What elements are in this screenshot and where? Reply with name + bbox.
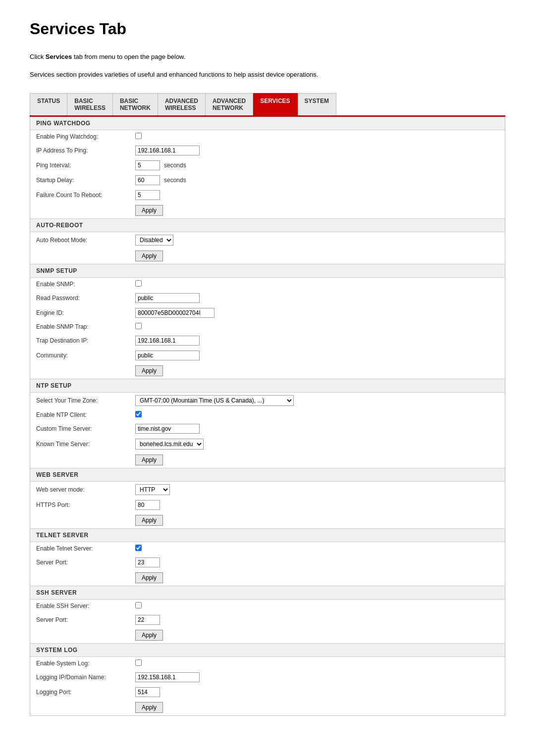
logging-port-input[interactable] <box>135 687 160 697</box>
table-row: Community: <box>30 348 505 363</box>
auto-reboot-apply-spacer <box>30 248 129 264</box>
telnet-apply-cell: Apply <box>129 570 505 586</box>
table-row: Enable SNMP: <box>30 278 505 291</box>
tab-advanced-network[interactable]: ADVANCEDNETWORK <box>206 93 253 115</box>
ssh-server-header: SSH SERVER <box>30 586 505 600</box>
table-row: Enable SSH Server: <box>30 600 505 612</box>
tab-status[interactable]: STATUS <box>30 93 67 115</box>
telnet-server-section: TELNET SERVER Enable Telnet Server: Serv… <box>30 529 505 586</box>
trap-destination-ip-input[interactable] <box>135 336 200 346</box>
read-password-input[interactable] <box>135 293 200 303</box>
logging-ip-domain-input[interactable] <box>135 672 200 682</box>
ping-watchdog-table: Enable Ping Watchdog: IP Address To Ping… <box>30 130 505 218</box>
telnet-apply-button[interactable]: Apply <box>135 572 163 583</box>
https-port-label: HTTPS Port: <box>30 498 129 512</box>
auto-reboot-apply-button[interactable]: Apply <box>135 251 163 261</box>
table-row: Apply <box>30 248 505 264</box>
telnet-server-header: TELNET SERVER <box>30 529 505 542</box>
ping-watchdog-header: PING WATCHDOG <box>30 117 505 130</box>
system-log-apply-button[interactable]: Apply <box>135 702 163 713</box>
logging-ip-domain-label: Logging IP/Domain Name: <box>30 670 129 685</box>
ip-address-ping-input[interactable] <box>135 146 200 155</box>
startup-delay-label: Startup Delay: <box>30 173 129 188</box>
intro-text-prefix: Click <box>30 53 46 60</box>
telnet-apply-spacer <box>30 570 129 586</box>
telnet-server-table: Enable Telnet Server: Server Port: Apply <box>30 542 505 586</box>
ping-watchdog-apply-button[interactable]: Apply <box>135 205 163 216</box>
table-row: Enable Telnet Server: <box>30 542 505 555</box>
table-row: Server Port: <box>30 612 505 627</box>
auto-reboot-apply-cell: Apply <box>129 248 505 264</box>
snmp-apply-button[interactable]: Apply <box>135 365 163 376</box>
intro-bold-services: Services <box>46 53 72 60</box>
https-port-input[interactable] <box>135 500 160 510</box>
ntp-apply-button[interactable]: Apply <box>135 454 163 465</box>
tab-basic-wireless[interactable]: BASICWIRELESS <box>67 93 113 115</box>
community-input[interactable] <box>135 351 200 360</box>
enable-snmp-checkbox[interactable] <box>135 280 142 287</box>
engine-id-input[interactable] <box>135 308 214 318</box>
system-log-header: SYSTEM LOG <box>30 644 505 657</box>
ping-interval-input[interactable] <box>135 160 160 170</box>
ip-address-ping-value <box>129 143 505 158</box>
ssh-apply-button[interactable]: Apply <box>135 630 163 641</box>
ntp-setup-header: NTP SETUP <box>30 379 505 393</box>
enable-ssh-server-checkbox[interactable] <box>135 602 142 608</box>
auto-reboot-table: Auto Reboot Mode: Disabled Enabled Apply <box>30 232 505 264</box>
enable-ntp-client-checkbox[interactable] <box>135 411 142 417</box>
table-row: Logging Port: <box>30 685 505 700</box>
intro-text-suffix: tab from menu to open the page below. <box>74 53 186 60</box>
tab-basic-network[interactable]: BASICNETWORK <box>113 93 158 115</box>
known-time-server-select[interactable]: bonehed.lcs.mit.edu <box>135 439 204 450</box>
auto-reboot-mode-select[interactable]: Disabled Enabled <box>135 235 173 246</box>
enable-snmp-value <box>129 278 505 291</box>
page-title: Services Tab <box>30 20 505 38</box>
telnet-server-port-input[interactable] <box>135 557 160 567</box>
auto-reboot-mode-value: Disabled Enabled <box>129 232 505 248</box>
nav-tabs: STATUS BASICWIRELESS BASICNETWORK ADVANC… <box>30 93 505 117</box>
intro-paragraph-1: Click Services tab from menu to open the… <box>30 52 505 62</box>
table-row: Failure Count To Reboot: <box>30 188 505 202</box>
snmp-apply-spacer <box>30 363 129 379</box>
enable-system-log-checkbox[interactable] <box>135 659 142 666</box>
custom-time-server-input[interactable] <box>135 424 200 434</box>
system-log-apply-spacer <box>30 700 129 715</box>
enable-ssh-server-label: Enable SSH Server: <box>30 600 129 612</box>
enable-telnet-server-checkbox[interactable] <box>135 545 142 551</box>
table-row: Apply <box>30 512 505 528</box>
enable-snmp-trap-checkbox[interactable] <box>135 323 142 329</box>
web-server-mode-value: HTTP HTTPS <box>129 482 505 498</box>
intro-paragraph-2: Services section provides varieties of u… <box>30 70 505 80</box>
engine-id-label: Engine ID: <box>30 305 129 320</box>
failure-count-input[interactable] <box>135 190 160 200</box>
auto-reboot-header: AUTO-REBOOT <box>30 219 505 232</box>
enable-ssh-server-value <box>129 600 505 612</box>
ntp-setup-table: Select Your Time Zone: GMT-07:00 (Mounta… <box>30 393 505 468</box>
custom-time-server-value <box>129 421 505 436</box>
tab-services[interactable]: SERVICES <box>253 93 297 115</box>
web-server-apply-button[interactable]: Apply <box>135 515 163 526</box>
tab-advanced-wireless[interactable]: ADVANCEDWIRELESS <box>158 93 206 115</box>
time-zone-select[interactable]: GMT-07:00 (Mountain Time (US & Canada), … <box>135 395 294 406</box>
table-row: Apply <box>30 700 505 715</box>
tab-system[interactable]: SYSTEM <box>298 93 336 115</box>
ssh-apply-spacer <box>30 627 129 643</box>
content-panel: PING WATCHDOG Enable Ping Watchdog: IP A… <box>30 117 505 716</box>
ssh-server-port-label: Server Port: <box>30 612 129 627</box>
table-row: Custom Time Server: <box>30 421 505 436</box>
enable-ntp-client-label: Enable NTP Client: <box>30 408 129 421</box>
ssh-server-port-input[interactable] <box>135 615 160 625</box>
web-server-mode-select[interactable]: HTTP HTTPS <box>135 484 170 495</box>
auto-reboot-mode-label: Auto Reboot Mode: <box>30 232 129 248</box>
time-zone-label: Select Your Time Zone: <box>30 393 129 408</box>
enable-ping-watchdog-checkbox[interactable] <box>135 133 142 139</box>
startup-delay-value: seconds <box>129 173 505 188</box>
trap-destination-ip-value <box>129 333 505 348</box>
enable-telnet-server-value <box>129 542 505 555</box>
web-server-section: WEB SERVER Web server mode: HTTP HTTPS H… <box>30 468 505 529</box>
time-zone-value: GMT-07:00 (Mountain Time (US & Canada), … <box>129 393 505 408</box>
startup-delay-input[interactable] <box>135 175 160 185</box>
https-port-value <box>129 498 505 512</box>
table-row: Enable NTP Client: <box>30 408 505 421</box>
ping-interval-unit: seconds <box>164 162 186 169</box>
